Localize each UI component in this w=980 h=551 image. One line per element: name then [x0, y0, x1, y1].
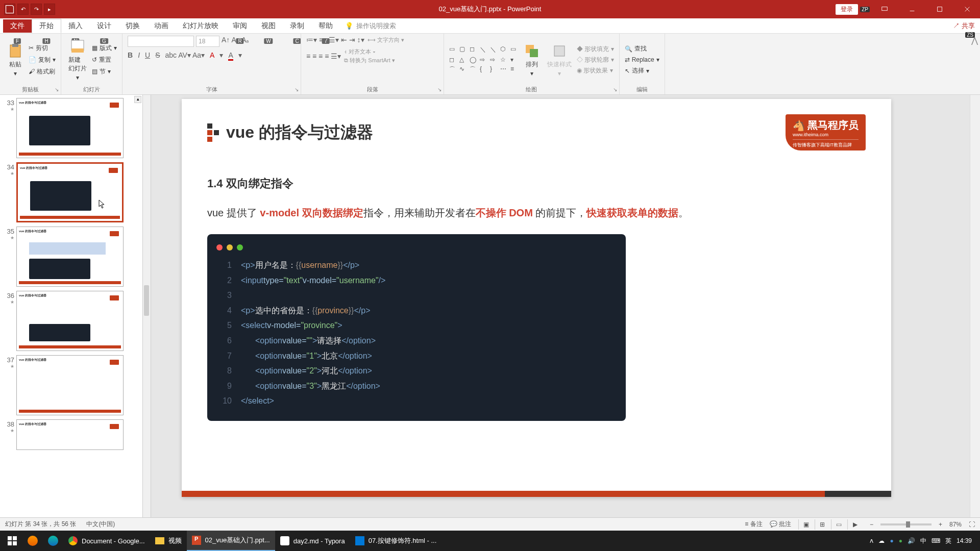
- share-button[interactable]: ↗ 共享ZS: [953, 21, 975, 31]
- start-button[interactable]: [2, 531, 22, 551]
- zoom-in[interactable]: +: [939, 521, 942, 528]
- scroll-up[interactable]: ▴: [134, 96, 141, 103]
- task-edge[interactable]: [43, 531, 63, 551]
- shape-effects[interactable]: ◉ 形状效果 ▾: [577, 66, 614, 75]
- tab-slideshow[interactable]: 幻灯片放映S: [176, 19, 226, 33]
- task-vscode[interactable]: 07.按键修饰符.html - ...: [350, 531, 442, 551]
- system-tray[interactable]: ʌ ☁ ●●🔊 中⌨英 14:39: [870, 537, 978, 545]
- group-clipboard: 粘贴▾ ✂ 剪切 📄 复制 ▾ 🖌 格式刷 剪贴板↘: [0, 34, 61, 94]
- tab-review[interactable]: 审阅R: [226, 19, 254, 33]
- view-buttons: ▣ ⊞ ▭ ▶: [798, 519, 863, 530]
- task-chrome-doc[interactable]: Document - Google...: [63, 531, 150, 551]
- task-firefox[interactable]: [22, 531, 43, 551]
- thumb-36[interactable]: vue 的指令与过滤器: [16, 291, 124, 351]
- text-direction[interactable]: ⟷ 文字方向 ▾: [368, 36, 404, 44]
- font-name-input[interactable]: [128, 36, 194, 47]
- login-button[interactable]: 登录: [836, 4, 858, 15]
- shapes-gallery[interactable]: ▭▢◻＼＼⬡▭ ◻△◯⇨⇨☆▾ ⌒∿⌒{}⋯≡: [449, 45, 519, 74]
- tab-file[interactable]: 文件F: [3, 19, 32, 33]
- taskbar: Document - Google... 视频 P02_vue基础入门.ppt.…: [0, 531, 980, 551]
- task-powerpoint[interactable]: P02_vue基础入门.ppt...: [187, 531, 275, 551]
- align-text[interactable]: ⫞ 对齐文本 ▾: [344, 48, 395, 56]
- zoom-slider[interactable]: [880, 523, 932, 525]
- cut-button[interactable]: ✂ 剪切: [29, 44, 56, 53]
- title-decoration: [207, 123, 219, 142]
- font-style-bar[interactable]: B I U S abc AV▾ Aa▾ A▾ A▾: [128, 51, 242, 61]
- slide-thumbnail-panel[interactable]: ▴ 33★ vue 的指令与过滤器 34★ vue 的指令与过滤器 35★ vu…: [0, 95, 143, 517]
- svg-rect-11: [554, 46, 565, 56]
- zoom-out[interactable]: −: [870, 521, 873, 528]
- tell-me-search[interactable]: 💡 操作说明搜索Q: [345, 21, 396, 31]
- task-folder[interactable]: 视频: [150, 531, 187, 551]
- thumb-34[interactable]: vue 的指令与过滤器: [16, 162, 124, 222]
- sorter-view[interactable]: ⊞: [815, 519, 830, 530]
- task-typora[interactable]: day2.md - Typora: [275, 531, 350, 551]
- arrange-button[interactable]: 排列▾: [522, 42, 542, 78]
- group-slides: 新建 幻灯片▾ ▦ 版式 ▾ ↺ 重置 ▤ 节 ▾ 幻灯片: [61, 34, 122, 94]
- select-button[interactable]: ↖ 选择 ▾: [625, 66, 659, 75]
- thumb-37[interactable]: vue 的指令与过滤器: [16, 355, 124, 415]
- new-slide-button[interactable]: 新建 幻灯片▾: [66, 37, 89, 82]
- minimize-button[interactable]: [899, 0, 925, 18]
- tray-chevron[interactable]: ʌ: [870, 537, 873, 544]
- workspace-scrollbar[interactable]: [970, 95, 980, 517]
- svg-rect-2: [938, 7, 942, 12]
- display-options[interactable]: [872, 0, 897, 18]
- group-editing: 🔍 查找 ⇄ Replace ▾ ↖ 选择 ▾ 编辑: [620, 34, 665, 94]
- format-painter[interactable]: 🖌 格式刷: [29, 67, 56, 76]
- ribbon: 粘贴▾ ✂ 剪切 📄 复制 ▾ 🖌 格式刷 剪贴板↘ 新建 幻灯片▾ ▦ 版式 …: [0, 34, 980, 95]
- fit-to-window[interactable]: ⛶: [969, 521, 975, 528]
- thumb-35[interactable]: vue 的指令与过滤器: [16, 227, 124, 287]
- font-size-input[interactable]: [196, 36, 219, 47]
- comments-button[interactable]: 💬 批注: [770, 520, 791, 529]
- svg-rect-12: [8, 536, 12, 540]
- layout-button[interactable]: ▦ 版式 ▾: [92, 44, 117, 53]
- thumb-33[interactable]: vue 的指令与过滤器: [16, 98, 124, 158]
- shape-fill[interactable]: ◆ 形状填充 ▾: [577, 45, 614, 54]
- group-drawing: ▭▢◻＼＼⬡▭ ◻△◯⇨⇨☆▾ ⌒∿⌒{}⋯≡ 排列▾ 快速样式▾ ◆ 形状填充…: [444, 34, 620, 94]
- quick-access: 1 ↶2 ↷3 ▸4: [4, 4, 55, 15]
- section-button[interactable]: ▤ 节 ▾: [92, 67, 117, 76]
- slide-canvas[interactable]: vue 的指令与过滤器 🐴 黑马程序员 www.itheima.com 传智播客…: [182, 99, 891, 497]
- tab-animations[interactable]: 动画A: [147, 19, 176, 33]
- paste-button[interactable]: 粘贴▾: [5, 42, 26, 78]
- tab-record[interactable]: 录制C: [283, 19, 311, 33]
- group-font: A↑ A↓ Aₐ B I U S abc AV▾ Aa▾ A▾ A▾ 字体↘: [122, 34, 301, 94]
- replace-button[interactable]: ⇄ Replace ▾: [625, 56, 659, 63]
- shape-outline[interactable]: ◇ 形状轮廓 ▾: [577, 56, 614, 64]
- qa-redo[interactable]: ↷3: [31, 4, 42, 15]
- normal-view[interactable]: ▣: [798, 519, 814, 530]
- clock[interactable]: 14:39: [957, 537, 972, 544]
- slideshow-view[interactable]: ▶: [847, 519, 863, 530]
- tray-weather[interactable]: ☁: [878, 537, 885, 544]
- svg-rect-8: [71, 48, 84, 53]
- tab-help[interactable]: 帮助Y: [311, 19, 340, 33]
- close-button[interactable]: [954, 0, 980, 18]
- collapse-ribbon[interactable]: ⋀: [971, 36, 978, 45]
- tab-design[interactable]: 设计G: [90, 19, 118, 33]
- zoom-level[interactable]: 87%: [949, 521, 962, 528]
- tab-home[interactable]: 开始H: [32, 19, 61, 33]
- smartart[interactable]: ⧉ 转换为 SmartArt ▾: [344, 57, 395, 64]
- tab-transitions[interactable]: 切换K: [118, 19, 147, 33]
- ribbon-tabs: 文件F 开始H 插入N 设计G 切换K 动画A 幻灯片放映S 审阅R 视图W 录…: [0, 18, 980, 34]
- tab-view[interactable]: 视图W: [254, 19, 283, 33]
- titlebar: 1 ↶2 ↷3 ▸4 02_vue基础入门.pptx - PowerPoint …: [0, 0, 980, 18]
- reset-button[interactable]: ↺ 重置: [92, 56, 117, 64]
- copy-button[interactable]: 📄 复制 ▾: [29, 56, 56, 64]
- svg-rect-0: [882, 7, 888, 11]
- group-paragraph: ≔▾ ≡▾ ☰▾ ⇤ ⇥ ↕▾ ⟷ 文字方向 ▾ ≡ ≡ ≡ ≡ ☰▾ ⫞ 对齐…: [301, 34, 444, 94]
- notes-button[interactable]: ≡ 备注: [745, 520, 762, 529]
- qa-start[interactable]: ▸4: [44, 4, 55, 15]
- maximize-button[interactable]: [927, 0, 952, 18]
- reading-view[interactable]: ▭: [831, 519, 846, 530]
- svg-rect-10: [530, 49, 538, 57]
- splitter[interactable]: [143, 95, 151, 517]
- qa-save[interactable]: 1: [4, 4, 15, 15]
- tab-insert[interactable]: 插入N: [61, 19, 90, 33]
- language-indicator[interactable]: 中文(中国): [86, 520, 115, 529]
- find-button[interactable]: 🔍 查找: [625, 44, 659, 53]
- quick-styles[interactable]: 快速样式▾: [545, 42, 574, 78]
- thumb-38[interactable]: vue 的指令与过滤器: [16, 419, 124, 450]
- qa-undo[interactable]: ↶2: [17, 4, 29, 15]
